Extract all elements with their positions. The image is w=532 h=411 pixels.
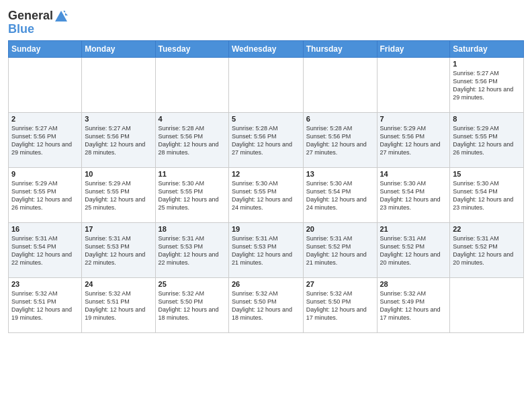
- calendar-cell: 25Sunrise: 5:32 AM Sunset: 5:50 PM Dayli…: [155, 277, 228, 332]
- calendar-week-row: 1Sunrise: 5:27 AM Sunset: 5:56 PM Daylig…: [9, 57, 524, 112]
- day-info: Sunrise: 5:29 AM Sunset: 5:55 PM Dayligh…: [11, 180, 72, 211]
- day-info: Sunrise: 5:27 AM Sunset: 5:56 PM Dayligh…: [453, 70, 513, 101]
- day-info: Sunrise: 5:30 AM Sunset: 5:55 PM Dayligh…: [232, 180, 292, 211]
- day-info: Sunrise: 5:31 AM Sunset: 5:52 PM Dayligh…: [380, 235, 441, 266]
- calendar-table: SundayMondayTuesdayWednesdayThursdayFrid…: [8, 40, 524, 333]
- calendar-cell: [155, 57, 228, 112]
- calendar-header-row: SundayMondayTuesdayWednesdayThursdayFrid…: [9, 40, 524, 57]
- calendar-cell: 19Sunrise: 5:31 AM Sunset: 5:53 PM Dayli…: [229, 222, 304, 277]
- calendar-cell: 15Sunrise: 5:30 AM Sunset: 5:54 PM Dayli…: [450, 167, 524, 222]
- day-info: Sunrise: 5:31 AM Sunset: 5:53 PM Dayligh…: [159, 235, 219, 266]
- calendar-cell: 22Sunrise: 5:31 AM Sunset: 5:52 PM Dayli…: [450, 222, 524, 277]
- weekday-header-tuesday: Tuesday: [155, 40, 228, 57]
- logo-blue-text: Blue: [8, 23, 68, 36]
- day-number: 18: [159, 225, 226, 233]
- calendar-cell: [303, 57, 377, 112]
- calendar-week-row: 16Sunrise: 5:31 AM Sunset: 5:54 PM Dayli…: [9, 222, 524, 277]
- day-info: Sunrise: 5:30 AM Sunset: 5:54 PM Dayligh…: [306, 180, 367, 211]
- day-info: Sunrise: 5:32 AM Sunset: 5:51 PM Dayligh…: [85, 290, 145, 321]
- calendar-cell: 10Sunrise: 5:29 AM Sunset: 5:55 PM Dayli…: [82, 167, 155, 222]
- calendar-cell: 14Sunrise: 5:30 AM Sunset: 5:54 PM Dayli…: [377, 167, 450, 222]
- day-number: 27: [306, 280, 374, 288]
- day-number: 19: [232, 225, 300, 233]
- calendar-cell: 23Sunrise: 5:32 AM Sunset: 5:51 PM Dayli…: [9, 277, 82, 332]
- day-number: 26: [232, 280, 300, 288]
- day-number: 1: [453, 60, 521, 68]
- day-info: Sunrise: 5:31 AM Sunset: 5:54 PM Dayligh…: [11, 235, 72, 266]
- day-number: 4: [159, 115, 226, 123]
- day-number: 9: [11, 170, 79, 178]
- day-number: 16: [11, 225, 79, 233]
- day-number: 23: [11, 280, 79, 288]
- calendar-cell: 16Sunrise: 5:31 AM Sunset: 5:54 PM Dayli…: [9, 222, 82, 277]
- day-number: 13: [306, 170, 374, 178]
- calendar-cell: [229, 57, 304, 112]
- day-info: Sunrise: 5:27 AM Sunset: 5:56 PM Dayligh…: [85, 125, 145, 156]
- day-info: Sunrise: 5:32 AM Sunset: 5:50 PM Dayligh…: [232, 290, 292, 321]
- day-number: 24: [85, 280, 152, 288]
- day-number: 2: [11, 115, 79, 123]
- weekday-header-thursday: Thursday: [303, 40, 377, 57]
- day-number: 20: [306, 225, 374, 233]
- day-info: Sunrise: 5:28 AM Sunset: 5:56 PM Dayligh…: [232, 125, 292, 156]
- day-number: 7: [380, 115, 447, 123]
- calendar-cell: 26Sunrise: 5:32 AM Sunset: 5:50 PM Dayli…: [229, 277, 304, 332]
- calendar-cell: 27Sunrise: 5:32 AM Sunset: 5:50 PM Dayli…: [303, 277, 377, 332]
- day-number: 3: [85, 115, 152, 123]
- logo: General Blue: [8, 9, 68, 36]
- day-number: 10: [85, 170, 152, 178]
- weekday-header-wednesday: Wednesday: [229, 40, 304, 57]
- day-info: Sunrise: 5:30 AM Sunset: 5:54 PM Dayligh…: [453, 180, 513, 211]
- day-number: 28: [380, 280, 447, 288]
- day-number: 6: [306, 115, 374, 123]
- calendar-week-row: 2Sunrise: 5:27 AM Sunset: 5:56 PM Daylig…: [9, 112, 524, 167]
- calendar-cell: 17Sunrise: 5:31 AM Sunset: 5:53 PM Dayli…: [82, 222, 155, 277]
- day-number: 21: [380, 225, 447, 233]
- day-info: Sunrise: 5:31 AM Sunset: 5:52 PM Dayligh…: [453, 235, 513, 266]
- calendar-cell: 1Sunrise: 5:27 AM Sunset: 5:56 PM Daylig…: [450, 57, 524, 112]
- calendar-cell: 4Sunrise: 5:28 AM Sunset: 5:56 PM Daylig…: [155, 112, 228, 167]
- calendar-cell: 13Sunrise: 5:30 AM Sunset: 5:54 PM Dayli…: [303, 167, 377, 222]
- svg-marker-1: [63, 11, 68, 15]
- day-info: Sunrise: 5:30 AM Sunset: 5:54 PM Dayligh…: [380, 180, 441, 211]
- calendar-cell: 8Sunrise: 5:29 AM Sunset: 5:55 PM Daylig…: [450, 112, 524, 167]
- day-info: Sunrise: 5:29 AM Sunset: 5:56 PM Dayligh…: [380, 125, 441, 156]
- day-info: Sunrise: 5:32 AM Sunset: 5:51 PM Dayligh…: [11, 290, 72, 321]
- day-info: Sunrise: 5:31 AM Sunset: 5:53 PM Dayligh…: [232, 235, 292, 266]
- day-number: 12: [232, 170, 300, 178]
- logo-icon: [54, 10, 68, 22]
- calendar-cell: 5Sunrise: 5:28 AM Sunset: 5:56 PM Daylig…: [229, 112, 304, 167]
- calendar-cell: 11Sunrise: 5:30 AM Sunset: 5:55 PM Dayli…: [155, 167, 228, 222]
- day-info: Sunrise: 5:29 AM Sunset: 5:55 PM Dayligh…: [85, 180, 145, 211]
- calendar-week-row: 9Sunrise: 5:29 AM Sunset: 5:55 PM Daylig…: [9, 167, 524, 222]
- logo-general-text: General: [8, 9, 53, 23]
- svg-marker-0: [55, 11, 67, 21]
- calendar-cell: 20Sunrise: 5:31 AM Sunset: 5:52 PM Dayli…: [303, 222, 377, 277]
- day-info: Sunrise: 5:32 AM Sunset: 5:49 PM Dayligh…: [380, 290, 441, 321]
- calendar-cell: 2Sunrise: 5:27 AM Sunset: 5:56 PM Daylig…: [9, 112, 82, 167]
- day-info: Sunrise: 5:31 AM Sunset: 5:53 PM Dayligh…: [85, 235, 145, 266]
- calendar-cell: [377, 57, 450, 112]
- calendar-cell: 24Sunrise: 5:32 AM Sunset: 5:51 PM Dayli…: [82, 277, 155, 332]
- day-number: 5: [232, 115, 300, 123]
- page: General Blue SundayMondayTuesdayWednesda…: [0, 0, 532, 411]
- calendar-cell: 21Sunrise: 5:31 AM Sunset: 5:52 PM Dayli…: [377, 222, 450, 277]
- day-info: Sunrise: 5:32 AM Sunset: 5:50 PM Dayligh…: [306, 290, 367, 321]
- calendar-cell: 12Sunrise: 5:30 AM Sunset: 5:55 PM Dayli…: [229, 167, 304, 222]
- calendar-cell: 6Sunrise: 5:28 AM Sunset: 5:56 PM Daylig…: [303, 112, 377, 167]
- day-info: Sunrise: 5:30 AM Sunset: 5:55 PM Dayligh…: [159, 180, 219, 211]
- weekday-header-saturday: Saturday: [450, 40, 524, 57]
- header: General Blue: [8, 7, 524, 36]
- day-number: 25: [159, 280, 226, 288]
- day-info: Sunrise: 5:31 AM Sunset: 5:52 PM Dayligh…: [306, 235, 367, 266]
- calendar-cell: 18Sunrise: 5:31 AM Sunset: 5:53 PM Dayli…: [155, 222, 228, 277]
- day-info: Sunrise: 5:29 AM Sunset: 5:55 PM Dayligh…: [453, 125, 513, 156]
- weekday-header-friday: Friday: [377, 40, 450, 57]
- calendar-cell: 9Sunrise: 5:29 AM Sunset: 5:55 PM Daylig…: [9, 167, 82, 222]
- calendar-cell: [450, 277, 524, 332]
- day-number: 22: [453, 225, 521, 233]
- calendar-cell: 7Sunrise: 5:29 AM Sunset: 5:56 PM Daylig…: [377, 112, 450, 167]
- day-info: Sunrise: 5:32 AM Sunset: 5:50 PM Dayligh…: [159, 290, 219, 321]
- day-info: Sunrise: 5:28 AM Sunset: 5:56 PM Dayligh…: [306, 125, 367, 156]
- calendar-cell: 3Sunrise: 5:27 AM Sunset: 5:56 PM Daylig…: [82, 112, 155, 167]
